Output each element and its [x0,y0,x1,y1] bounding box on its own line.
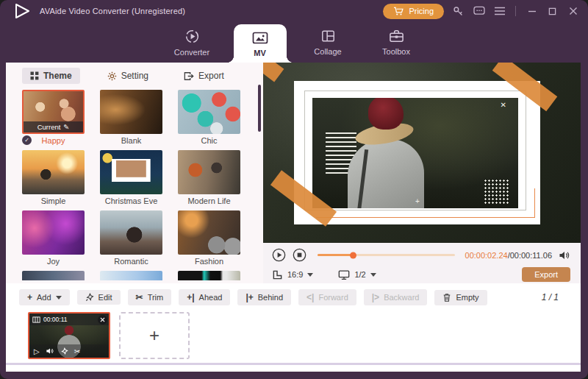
tab-setting[interactable]: Setting [99,68,157,84]
theme-tile-partial[interactable] [22,271,85,280]
pricing-label: Pricing [409,7,434,15]
clip-volume-icon[interactable] [46,347,54,355]
register-key-icon[interactable] [452,5,465,18]
pricing-button[interactable]: Pricing [383,4,444,19]
tab-collage[interactable]: Collage [294,22,362,63]
theme-panel: Theme Setting Export [6,63,263,283]
titlebar: AVAide Video Converter (Unregistered) Pr… [0,0,588,22]
progress-fill [318,254,353,256]
maximize-button[interactable] [546,5,559,18]
video-preview[interactable]: ✕ + [263,63,581,243]
theme-x-mark: ✕ [501,101,506,109]
edit-button[interactable]: Edit [77,290,121,305]
clip-close-icon[interactable] [98,315,107,325]
theme-tile-joy[interactable]: Joy [22,210,85,268]
plus-icon: + [149,325,159,346]
theme-tile-partial[interactable] [100,271,162,280]
monitor-icon [338,269,350,280]
backward-icon: |> [372,292,379,302]
theme-thumbnail[interactable] [178,210,240,255]
clip-trim-icon[interactable]: ✂ [74,347,80,355]
theme-tile-romantic[interactable]: Romantic [100,210,162,268]
video-frame: ✕ + [312,98,518,208]
tab-theme[interactable]: Theme [22,68,80,84]
forward-button[interactable]: <| Forward [298,289,356,305]
theme-thumbnail[interactable] [22,210,85,255]
theme-thumbnail[interactable] [100,210,162,255]
titlebar-controls: Pricing [383,4,579,19]
ahead-button[interactable]: +| Ahead [179,289,230,305]
theme-tile-christmas-eve[interactable]: Christmas Eve [100,150,162,208]
feedback-icon[interactable] [473,5,485,18]
add-clip-slot[interactable]: + [119,312,190,359]
tab-mv-label: MV [254,49,266,57]
minimize-button[interactable] [526,5,538,18]
current-time: 00:00:02.24 [465,251,508,260]
export-button[interactable]: Export [522,267,570,282]
converter-icon [184,29,200,44]
close-button[interactable] [567,5,579,18]
tab-theme-label: Theme [43,71,72,81]
theme-scrollbar[interactable] [258,85,261,132]
stop-button[interactable] [293,248,306,262]
theme-tile-chic[interactable]: Chic [178,90,240,147]
plus-icon: + [27,292,32,302]
chevron-down-icon [56,296,62,300]
backward-button[interactable]: |> Backward [364,289,428,305]
theme-thumbnail[interactable] [178,150,240,194]
titlebar-separator [515,6,516,16]
aspect-ratio-select[interactable]: 16:9 [272,269,313,280]
video-subject-beanie [368,98,404,130]
empty-button[interactable]: Empty [434,290,487,305]
progress-slider[interactable] [318,254,455,256]
theme-thumbnail[interactable] [100,150,162,194]
clip-play-icon[interactable]: ▷ [34,347,40,355]
theme-dots-decoration [484,179,510,205]
clip-edit-pin-icon[interactable] [60,347,68,355]
tab-mv[interactable]: MV [234,24,287,63]
page-indicator: 1 / 1 [542,292,559,302]
theme-tile-partial[interactable] [178,271,240,280]
theme-tape-decoration [263,63,284,82]
ahead-icon: +| [187,292,194,302]
tab-export[interactable]: Export [176,68,232,84]
theme-tile-fashion[interactable]: Fashion [178,210,240,268]
add-button[interactable]: + Add [19,289,70,305]
theme-thumbnail[interactable] [178,90,240,134]
clip-info-bar: 00:00:11 [29,314,109,325]
tab-converter[interactable]: Converter [158,22,226,63]
trim-button[interactable]: ✂ Trim [128,289,172,305]
mv-icon [252,30,268,45]
theme-tile-simple[interactable]: Simple [22,150,85,208]
chevron-down-icon [370,273,376,277]
theme-thumbnail[interactable]: Current ✎ [22,90,85,134]
edit-pencil-icon[interactable]: ✎ [63,123,69,131]
theme-label: Fashion [178,255,240,268]
time-display: 00:00:02.24/00:00:11.06 [465,251,552,260]
display-mode-value: 1/2 [354,270,365,279]
selected-check-icon: ✓ [22,135,32,145]
tab-converter-label: Converter [174,48,209,57]
theme-thumbnail[interactable] [100,90,162,134]
timeline-clip[interactable]: 00:00:11 ▷ ✂ [28,312,110,359]
theme-label: Simple [22,194,85,208]
volume-icon[interactable] [559,250,570,261]
tab-toolbox[interactable]: Toolbox [362,22,431,63]
bottom-section: + Add Edit ✂ Trim +| Ahead [6,283,581,372]
aspect-ratio-icon [272,269,283,280]
theme-tile-happy[interactable]: Current ✎ ✓ Happy [22,90,85,147]
cart-icon [393,7,404,16]
theme-thumbnail[interactable] [22,150,85,194]
timeline: 00:00:11 ▷ ✂ [6,305,581,359]
display-mode-select[interactable]: 1/2 [338,269,376,280]
tab-toolbox-label: Toolbox [382,47,410,56]
behind-button[interactable]: |+ Behind [237,289,291,305]
chevron-down-icon [307,273,313,277]
theme-tile-modern-life[interactable]: Modern Life [178,150,240,208]
theme-tile-blank[interactable]: Blank [100,90,162,147]
menu-icon[interactable] [493,5,506,18]
play-button[interactable] [272,248,286,262]
theme-label: Joy [22,255,85,268]
aspect-ratio-value: 16:9 [287,270,303,279]
theme-label: Christmas Eve [100,194,162,208]
